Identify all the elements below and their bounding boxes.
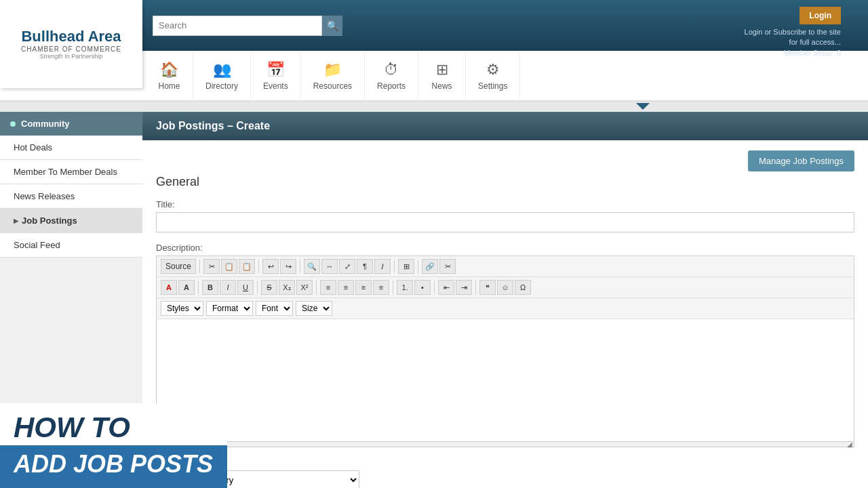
sidebar-item-job-postings[interactable]: Job Postings [0, 209, 142, 233]
nav-directory-label: Directory [205, 81, 238, 91]
editor-content[interactable] [157, 319, 854, 441]
settings-icon: ⚙ [486, 61, 500, 79]
styles-dropdown[interactable]: Styles [161, 301, 203, 316]
resources-icon: 📁 [323, 61, 342, 79]
strikethrough-button[interactable]: S [261, 280, 277, 295]
howto-top-text: HOW TO [14, 413, 214, 442]
replace-button[interactable]: ↔ [321, 259, 338, 274]
reports-icon: ⏱ [384, 61, 399, 79]
nav-settings[interactable]: ⚙ Settings [466, 52, 520, 100]
align-justify-button[interactable]: ≡ [373, 280, 389, 295]
editor-toolbar-3: Styles Format Font Size [157, 298, 854, 319]
editor-resize-handle[interactable] [157, 441, 854, 447]
nav-news[interactable]: ⊞ News [418, 52, 466, 100]
nav-resources-label: Resources [313, 81, 352, 91]
page-header-title: Job Postings – Create [156, 120, 270, 131]
redo-button[interactable]: ↪ [280, 259, 296, 274]
italic-btn[interactable]: 𝐼 [374, 259, 391, 274]
separator [258, 260, 259, 273]
title-input[interactable] [156, 212, 854, 232]
bold-button[interactable]: B [202, 280, 218, 295]
table-button[interactable]: ⊞ [398, 259, 414, 274]
directory-icon: 👥 [213, 61, 231, 79]
search-container: 🔍 [153, 16, 342, 36]
separator [199, 260, 200, 273]
increase-indent-button[interactable]: ⇥ [456, 280, 472, 295]
paste-button[interactable]: 📋 [239, 259, 255, 274]
font-color-button[interactable]: A [161, 280, 177, 295]
sidebar-item-hot-deals[interactable]: Hot Deals [0, 136, 142, 160]
source-button[interactable]: Source [161, 259, 196, 274]
logo-line2: CHAMBER OF COMMERCE [21, 45, 121, 53]
superscript-button[interactable]: X² [296, 280, 313, 295]
separator [198, 281, 199, 294]
user-info-area: Login Login or Subscribe to the site for… [745, 7, 841, 58]
separator [393, 281, 393, 294]
sidebar-dot [10, 121, 16, 127]
editor-toolbar-1: Source ✂ 📋 📋 ↩ ↪ 🔍 ↔ ⤢ ¶ 𝐼 [157, 256, 854, 277]
find-button[interactable]: 🔍 [304, 259, 320, 274]
align-left-button[interactable]: ≡ [320, 280, 336, 295]
sidebar-item-news-releases[interactable]: News Releases [0, 184, 142, 209]
user-line1: Login or Subscribe to the site [745, 27, 841, 37]
separator [475, 281, 476, 294]
unordered-list-button[interactable]: • [414, 280, 431, 295]
separator [316, 281, 317, 294]
events-icon: 📅 [267, 61, 285, 79]
align-right-button[interactable]: ≡ [355, 280, 372, 295]
size-dropdown[interactable]: Size [296, 301, 332, 316]
undo-button[interactable]: ↩ [262, 259, 279, 274]
page-header: Job Postings – Create [142, 112, 868, 140]
sidebar-item-social-feed[interactable]: Social Feed [0, 233, 142, 258]
link-button[interactable]: 🔗 [422, 259, 438, 274]
nav-reports-label: Reports [377, 81, 406, 91]
login-button[interactable]: Login [800, 7, 841, 24]
unlink-button[interactable]: ✂ [439, 259, 456, 274]
showblocks-button[interactable]: ¶ [357, 259, 373, 274]
howto-bottom: ADD JOB POSTS [0, 445, 227, 488]
nav-home[interactable]: 🏠 Home [146, 52, 193, 100]
format-dropdown[interactable]: Format [206, 301, 253, 316]
manage-job-postings-button[interactable]: Manage Job Postings [748, 150, 854, 171]
editor-container: Source ✂ 📋 📋 ↩ ↪ 🔍 ↔ ⤢ ¶ 𝐼 [156, 256, 854, 447]
category-group: Category: Select a Category [156, 458, 854, 488]
nav-events-label: Events [263, 81, 288, 91]
logo-tagline: Strength In Partnership [21, 53, 121, 60]
sidebar-item-member-to-member[interactable]: Member To Member Deals [0, 160, 142, 184]
nav-directory[interactable]: 👥 Directory [193, 52, 251, 100]
decrease-indent-button[interactable]: ⇤ [438, 280, 454, 295]
maximize-button[interactable]: ⤢ [339, 259, 355, 274]
blockquote-button[interactable]: ❝ [479, 280, 496, 295]
title-label: Title: [156, 199, 854, 209]
separator [418, 260, 418, 273]
search-input[interactable] [153, 16, 322, 36]
nav-news-label: News [432, 81, 452, 91]
section-general-title: General [156, 171, 854, 189]
cut-button[interactable]: ✂ [203, 259, 220, 274]
search-button[interactable]: 🔍 [322, 16, 342, 36]
align-center-button[interactable]: ≡ [338, 280, 354, 295]
user-line2: for full access... [745, 37, 841, 47]
nav-reports[interactable]: ⏱ Reports [365, 52, 418, 100]
home-icon: 🏠 [160, 61, 178, 79]
special-chars-button[interactable]: Ω [515, 280, 531, 295]
logo-line1: Bullhead Area [21, 28, 121, 45]
font-dropdown[interactable]: Font [256, 301, 293, 316]
user-line3: Member Setup: 0 [745, 48, 841, 58]
font-bg-button[interactable]: A [178, 280, 195, 295]
nav-events[interactable]: 📅 Events [251, 52, 301, 100]
nav-resources[interactable]: 📁 Resources [301, 52, 365, 100]
copy-button[interactable]: 📋 [221, 259, 237, 274]
separator [300, 260, 300, 273]
logo-area: Bullhead Area CHAMBER OF COMMERCE Streng… [0, 0, 142, 88]
nav-pointer [146, 102, 868, 112]
content-inner: Manage Job Postings General Title: Descr… [142, 140, 868, 488]
underline-button[interactable]: U [237, 280, 254, 295]
separator [257, 281, 258, 294]
emoji-button[interactable]: ☺ [497, 280, 513, 295]
description-label: Description: [156, 243, 854, 253]
nav-home-label: Home [158, 81, 180, 91]
italic-button[interactable]: I [220, 280, 236, 295]
ordered-list-button[interactable]: 1. [397, 280, 413, 295]
subscript-button[interactable]: X₂ [279, 280, 295, 295]
